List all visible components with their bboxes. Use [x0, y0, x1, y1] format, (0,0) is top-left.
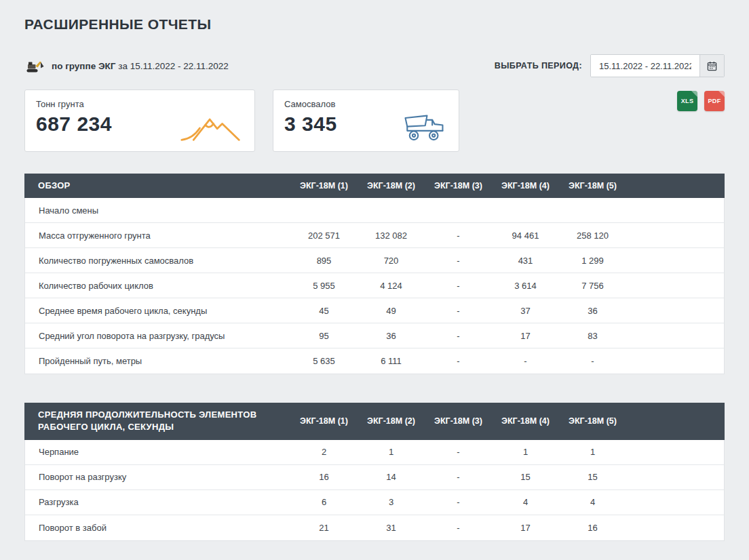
- cell-value: 83: [559, 331, 626, 341]
- table-row: Пройденный путь, метры5 6356 111---: [25, 348, 724, 374]
- row-label: Начало смены: [25, 199, 290, 222]
- table-row: Поворот на разгрузку1614-1515: [25, 465, 724, 490]
- column-header: ЭКГ-18М (1): [290, 416, 358, 426]
- export-buttons: XLS PDF: [677, 89, 725, 111]
- cell-value: 16: [290, 472, 358, 482]
- table-row: Разгрузка63-44: [25, 490, 724, 515]
- cell-value: 17: [492, 331, 559, 341]
- row-label: Количество погруженных самосвалов: [25, 249, 290, 273]
- cell-value: 1: [559, 447, 626, 457]
- table-row: Поворот в забой2131-1716: [25, 515, 724, 540]
- column-header: ЭКГ-18М (2): [358, 181, 425, 191]
- stat-card-trucks: Самосвалов 3 345: [273, 89, 459, 152]
- cell-value: 132 082: [358, 231, 425, 241]
- page-title: РАСШИРЕННЫЕ ОТЧЕТЫ: [24, 16, 725, 33]
- export-pdf-button[interactable]: PDF: [704, 91, 725, 111]
- row-label: Поворот на разгрузку: [25, 465, 290, 489]
- excavator-icon: [24, 58, 45, 73]
- column-header: ЭКГ-18М (4): [492, 181, 559, 191]
- cell-value: 1 299: [559, 256, 626, 266]
- cell-value: -: [425, 497, 492, 507]
- row-label: Средний угол поворота на разгрузку, град…: [25, 324, 290, 348]
- row-label: Пройденный путь, метры: [25, 349, 290, 373]
- date-range-input[interactable]: [591, 55, 699, 77]
- stat-card-tons: Тонн грунта 687 234: [24, 89, 255, 152]
- xls-icon: XLS: [681, 98, 693, 104]
- report-subbar: по группе ЭКГ за 15.11.2022 - 22.11.2022…: [24, 54, 725, 77]
- cell-value: -: [425, 447, 492, 457]
- column-header: ЭКГ-18М (3): [425, 416, 492, 426]
- table-row: Количество рабочих циклов5 9554 124-3 61…: [25, 273, 724, 298]
- cell-value: 14: [358, 472, 425, 482]
- table-row: Черпание21-11: [25, 440, 724, 465]
- table-row: Масса отгруженного грунта202 571132 082-…: [25, 223, 724, 248]
- row-label: Количество рабочих циклов: [25, 274, 290, 298]
- cell-value: 202 571: [290, 231, 358, 241]
- calendar-button[interactable]: [699, 55, 724, 77]
- period-picker-label: ВЫБРАТЬ ПЕРИОД:: [495, 61, 582, 71]
- cell-value: 3 614: [492, 281, 559, 291]
- cell-value: 15: [492, 472, 559, 482]
- table-row: Средний угол поворота на разгрузку, град…: [25, 323, 724, 348]
- row-label: Поворот в забой: [25, 516, 290, 540]
- row-label: Разгрузка: [25, 490, 290, 514]
- row-label: Масса отгруженного грунта: [25, 224, 290, 247]
- cell-value: 15: [559, 472, 626, 482]
- column-header: ЭКГ-18М (3): [425, 181, 492, 191]
- column-header: ЭКГ-18М (1): [290, 181, 358, 191]
- table-row: Среднее время рабочего цикла, секунды454…: [25, 298, 724, 323]
- cell-value: -: [492, 356, 559, 366]
- cell-value: 5 635: [290, 356, 358, 366]
- cell-value: 17: [492, 523, 559, 533]
- table-title: СРЕДНЯЯ ПРОДОЛЖИТЕЛЬНОСТЬ ЭЛЕМЕНТОВ РАБО…: [24, 403, 290, 439]
- table-title: ОБЗОР: [24, 174, 290, 198]
- cell-value: -: [425, 331, 492, 341]
- cell-value: 37: [492, 306, 559, 316]
- cell-value: 720: [358, 256, 425, 266]
- cell-value: 95: [290, 331, 358, 341]
- cell-value: 4 124: [358, 281, 425, 291]
- stat-cards-row: Тонн грунта 687 234 Самосвалов 3 345: [24, 89, 725, 152]
- report-group: по группе ЭКГ: [52, 61, 115, 71]
- pdf-icon: PDF: [708, 98, 721, 104]
- cell-value: 31: [358, 523, 425, 533]
- cell-value: 895: [290, 256, 358, 266]
- cell-value: 3: [358, 497, 425, 507]
- cell-value: -: [425, 356, 492, 366]
- cell-value: 7 756: [559, 281, 626, 291]
- cell-value: 16: [559, 523, 626, 533]
- table-body: Начало сменыМасса отгруженного грунта202…: [24, 198, 725, 374]
- mountain-icon: [180, 112, 242, 143]
- cycle-duration-table: СРЕДНЯЯ ПРОДОЛЖИТЕЛЬНОСТЬ ЭЛЕМЕНТОВ РАБО…: [24, 403, 725, 540]
- cell-value: 4: [492, 497, 559, 507]
- report-page: РАСШИРЕННЫЕ ОТЧЕТЫ по группе ЭКГ за 15.1…: [0, 0, 749, 557]
- cell-value: 49: [358, 306, 425, 316]
- report-period-text: за 15.11.2022 - 22.11.2022: [118, 61, 229, 71]
- cell-value: -: [425, 281, 492, 291]
- cell-value: 431: [492, 256, 559, 266]
- cell-value: 45: [290, 306, 358, 316]
- cell-value: -: [425, 523, 492, 533]
- row-label: Среднее время рабочего цикла, секунды: [25, 299, 290, 323]
- row-label: Черпание: [25, 440, 290, 464]
- report-scope-text: по группе ЭКГ за 15.11.2022 - 22.11.2022: [52, 61, 229, 71]
- column-header: ЭКГ-18М (5): [559, 416, 626, 426]
- table-row: Начало смены: [25, 198, 724, 223]
- cell-value: -: [425, 306, 492, 316]
- stat-card-label: Самосвалов: [284, 99, 448, 109]
- table-header-row: ОБЗОРЭКГ-18М (1)ЭКГ-18М (2)ЭКГ-18М (3)ЭК…: [24, 174, 725, 198]
- cell-value: -: [425, 256, 492, 266]
- cell-value: 36: [559, 306, 626, 316]
- cell-value: 21: [290, 523, 358, 533]
- date-range-field: [590, 54, 725, 77]
- cell-value: -: [425, 231, 492, 241]
- cell-value: -: [559, 356, 626, 366]
- column-header: ЭКГ-18М (4): [492, 416, 559, 426]
- cell-value: 36: [358, 331, 425, 341]
- report-scope: по группе ЭКГ за 15.11.2022 - 22.11.2022: [24, 58, 229, 73]
- column-header: ЭКГ-18М (5): [559, 181, 626, 191]
- cell-value: 4: [559, 497, 626, 507]
- export-xls-button[interactable]: XLS: [677, 91, 697, 111]
- cell-value: 6: [290, 497, 358, 507]
- column-header: ЭКГ-18М (2): [358, 416, 425, 426]
